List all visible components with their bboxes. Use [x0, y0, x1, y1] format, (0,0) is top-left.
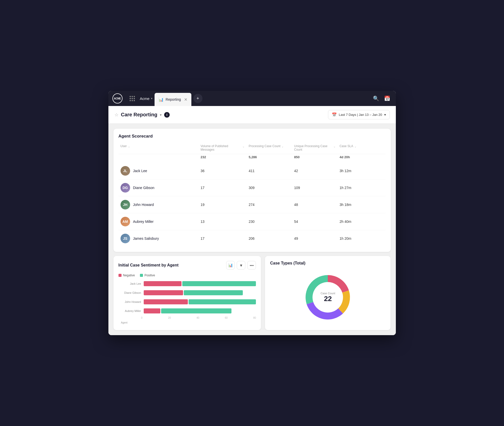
page-title: Care Reporting — [121, 112, 157, 118]
user-cell-1: DG Diane Gibson — [118, 179, 199, 196]
main-content: Agent Scorecard User ⌄ — [108, 124, 396, 335]
avatar-4: JS — [121, 234, 130, 243]
avatar-1: DG — [121, 183, 130, 193]
donut-center-value: 22 — [324, 295, 332, 303]
negative-legend-dot — [118, 274, 122, 277]
bar-negative-3 — [144, 308, 161, 313]
sentiment-title: Initial Case Sentiment by Agent — [118, 263, 179, 268]
avatar-3: AM — [121, 217, 130, 226]
bar-row: Diane Gibson — [118, 290, 256, 295]
bar-container-2 — [144, 299, 256, 304]
bar-positive-1 — [184, 290, 243, 295]
donut-segment-1 — [338, 290, 350, 313]
user-cell-0: JL Jack Lee — [118, 163, 199, 179]
bar-negative-1 — [144, 290, 183, 295]
donut-section: Case Types (Total) Case Count 22 — [265, 256, 391, 330]
sla-cell-0: 3h 12m — [338, 163, 386, 179]
sla-cell-1: 1h 27m — [338, 179, 386, 196]
scorecard-title: Agent Scorecard — [118, 134, 386, 139]
table-header-row: User ⌄ Volume of Published Messages ⌄ — [118, 143, 386, 154]
volume-cell-1: 17 — [199, 179, 247, 196]
unique-cell-2: 48 — [292, 196, 337, 213]
col-processing-header[interactable]: Processing Case Count ⌄ — [247, 143, 292, 154]
legend-positive: Positive — [140, 274, 155, 277]
bar-container-0 — [144, 281, 256, 286]
favorite-star-icon[interactable]: ☆ — [114, 112, 118, 118]
sentiment-header: Initial Case Sentiment by Agent 📊 ▼ ••• — [118, 261, 256, 270]
bar-container-1 — [144, 290, 256, 295]
unique-sort-icon: ⌄ — [333, 145, 336, 148]
positive-legend-dot — [140, 274, 143, 277]
col-user-header[interactable]: User ⌄ — [118, 143, 199, 154]
date-filter[interactable]: 📅 Last 7 Days | Jan 13 – Jan 20 ▾ — [328, 110, 390, 119]
col-unique-header[interactable]: Unique Processing Case Count ⌄ — [292, 143, 337, 154]
donut-title: Case Types (Total) — [270, 261, 386, 265]
tab-reporting-icon: 📊 — [159, 97, 164, 102]
user-cell-4: JS James Salisbury — [118, 230, 199, 247]
grid-icon[interactable] — [127, 91, 138, 106]
table-totals-row: 232 5,286 850 4d 20h — [118, 154, 386, 163]
filter-button[interactable]: ▼ — [237, 261, 245, 270]
more-options-button[interactable]: ••• — [247, 261, 256, 270]
table-row: JL Jack Lee 36 411 42 3h 12m — [118, 163, 386, 179]
legend-negative: Negative — [118, 274, 135, 277]
unique-cell-1: 109 — [292, 179, 337, 196]
total-volume: 232 — [199, 154, 247, 163]
workspace-chevron: ▾ — [151, 97, 153, 100]
workspace-selector[interactable]: Acme ▾ — [138, 91, 155, 106]
processing-cell-0: 411 — [247, 163, 292, 179]
tab-reporting[interactable]: 📊 Reporting ✕ — [155, 93, 191, 106]
bar-chart: Jack Lee Diane Gibson John Howard Aubrey… — [118, 281, 256, 313]
total-sla: 4d 20h — [338, 154, 386, 163]
add-tab-button[interactable]: + — [193, 94, 202, 103]
tab-close-button[interactable]: ✕ — [184, 97, 187, 102]
search-button[interactable]: 🔍 — [372, 94, 381, 103]
donut-center-label: Case Count — [320, 292, 335, 295]
donut-center: Case Count 22 — [320, 292, 335, 303]
volume-cell-3: 13 — [199, 213, 247, 230]
browser-chrome: ACME Acme ▾ 📊 Reporting ✕ + 🔍 📅 — [108, 91, 396, 106]
bar-positive-0 — [182, 281, 256, 286]
table-row: AM Aubrey Miller 13 230 54 2h 40m — [118, 213, 386, 230]
donut-segment-0 — [328, 275, 349, 292]
browser-window: ACME Acme ▾ 📊 Reporting ✕ + 🔍 📅 — [108, 91, 396, 335]
sentiment-section: Initial Case Sentiment by Agent 📊 ▼ ••• … — [113, 256, 261, 330]
bar-row: Aubrey Miller — [118, 308, 256, 313]
published-sort-icon: ⌄ — [242, 145, 245, 148]
col-sla-header[interactable]: Case SLA ⌄ — [338, 143, 386, 154]
bar-label-0: Jack Lee — [118, 282, 141, 285]
legend: Negative Positive — [118, 274, 256, 277]
volume-cell-2: 19 — [199, 196, 247, 213]
user-name-4: James Salisbury — [133, 236, 159, 241]
tab-reporting-label: Reporting — [166, 97, 181, 101]
table-row: JS James Salisbury 17 206 49 1h 20m — [118, 230, 386, 247]
processing-sort-icon: ⌄ — [281, 145, 284, 148]
sla-cell-4: 1h 20m — [338, 230, 386, 247]
table-row: DG Diane Gibson 17 309 109 1h 27m — [118, 179, 386, 196]
scorecard-section: Agent Scorecard User ⌄ — [113, 129, 391, 252]
date-filter-chevron-icon: ▾ — [384, 113, 386, 117]
page-title-area: ☆ Care Reporting ▾ i — [114, 112, 170, 118]
chart-type-button[interactable]: 📊 — [226, 261, 235, 270]
sentiment-actions: 📊 ▼ ••• — [226, 261, 256, 270]
user-name-2: John Howard — [133, 203, 154, 207]
avatar-0: JL — [121, 166, 130, 176]
processing-cell-1: 309 — [247, 179, 292, 196]
avatar-2: JH — [121, 200, 130, 209]
info-icon[interactable]: i — [164, 112, 170, 118]
col-published-header[interactable]: Volume of Published Messages ⌄ — [199, 143, 247, 154]
unique-cell-3: 54 — [292, 213, 337, 230]
date-filter-calendar-icon: 📅 — [332, 112, 337, 117]
tab-bar: 📊 Reporting ✕ + — [155, 91, 368, 106]
volume-cell-4: 17 — [199, 230, 247, 247]
bottom-section: Initial Case Sentiment by Agent 📊 ▼ ••• … — [113, 256, 391, 330]
bar-row: Jack Lee — [118, 281, 256, 286]
calendar-button[interactable]: 📅 — [383, 94, 392, 103]
browser-actions: 🔍 📅 — [368, 91, 396, 106]
total-processing: 5,286 — [247, 154, 292, 163]
page-header: ☆ Care Reporting ▾ i 📅 Last 7 Days | Jan… — [108, 106, 396, 124]
user-name-0: Jack Lee — [133, 169, 147, 173]
title-chevron-icon[interactable]: ▾ — [160, 113, 162, 117]
bar-negative-0 — [144, 281, 182, 286]
processing-cell-3: 230 — [247, 213, 292, 230]
